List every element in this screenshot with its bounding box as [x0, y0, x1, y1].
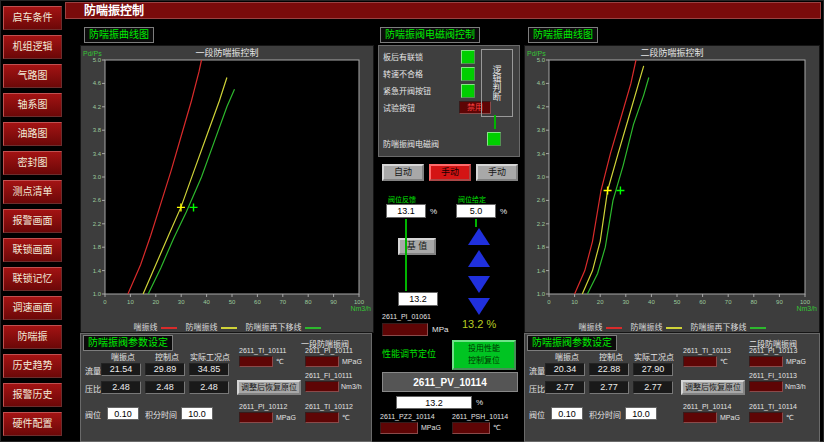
ratio-control-value: 2.77	[589, 381, 629, 394]
legend-line-swatch	[606, 327, 622, 329]
sidebar-item-interlock-memory[interactable]: 联锁记忆	[3, 267, 62, 291]
svg-text:60: 60	[699, 299, 706, 305]
tag-unit: MPaG	[342, 358, 362, 365]
svg-text:40: 40	[648, 299, 655, 305]
sidebar-item-seal-diagram[interactable]: 密封图	[3, 151, 62, 175]
indicator-label: 转速不合格	[383, 68, 423, 79]
sidebar-item-speed-screen[interactable]: 调速画面	[3, 296, 62, 320]
sidebar-item-history-trend[interactable]: 历史趋势	[3, 354, 62, 378]
ratio-actual-value: 2.48	[189, 381, 229, 394]
svg-text:0: 0	[103, 299, 107, 305]
tag-unit: ℃	[276, 358, 284, 366]
svg-text:3.4: 3.4	[537, 151, 546, 157]
sidebar-item-alarm-screen[interactable]: 报警画面	[3, 209, 62, 233]
increase-arrow-button[interactable]	[468, 250, 490, 267]
connector-line	[475, 219, 477, 227]
section-label-valve-control: 防喘振阀电磁阀控制	[380, 27, 480, 43]
svg-text:一段防喘振控制: 一段防喘振控制	[195, 47, 258, 58]
anti-surge-chart-stage2: 二段防喘振控制Pd/PsNm3/h1.01.41.82.22.63.03.43.…	[524, 45, 820, 333]
sidebar-item-alarm-history[interactable]: 报警历史	[3, 383, 62, 407]
emergency-open-indicator-light	[461, 84, 475, 98]
tag-unit: ℃	[720, 358, 728, 366]
params-header: 防喘振阀参数设定	[83, 335, 173, 351]
base-value-button[interactable]: 基 值	[398, 238, 436, 255]
manual2-mode-button[interactable]: 手动	[476, 164, 518, 181]
decrease-arrow-button[interactable]	[468, 276, 490, 293]
svg-text:4.6: 4.6	[537, 80, 546, 86]
legend-item: 喘振线	[134, 321, 177, 332]
sidebar-item-unit-logic[interactable]: 机组逻辑	[3, 35, 62, 59]
svg-text:4.6: 4.6	[93, 80, 102, 86]
valve-pos-input[interactable]: 0.10	[551, 407, 583, 420]
svg-text:2.6: 2.6	[93, 197, 102, 203]
legend-item: 喘振线	[579, 321, 622, 332]
svg-text:3.8: 3.8	[537, 127, 546, 133]
row-label-ratio: 压比	[529, 383, 545, 394]
sidebar-item-startup-conditions[interactable]: 启车条件	[3, 6, 62, 30]
tag-value-box	[749, 356, 783, 367]
svg-text:4.2: 4.2	[537, 104, 546, 110]
svg-text:Nm3/h: Nm3/h	[350, 305, 371, 312]
col-header-surge: 喘振点	[103, 351, 143, 362]
anti-surge-chart-stage1: 一段防喘振控制Pd/PsNm3/h1.01.41.82.22.63.03.43.…	[80, 45, 374, 333]
svg-text:100: 100	[354, 299, 365, 305]
tag-label: 2611_PI_10112	[239, 403, 287, 410]
reset-after-adjust-button[interactable]: 调整后恢复原位	[237, 380, 301, 395]
reset-after-adjust-button[interactable]: 调整后恢复原位	[681, 380, 745, 395]
flow-surge-value: 21.54	[101, 363, 141, 376]
svg-text:5.0: 5.0	[93, 57, 102, 63]
performance-label: 性能调节定位	[382, 347, 436, 360]
increase-arrow-button[interactable]	[468, 228, 490, 245]
manual-mode-button[interactable]: 手动	[429, 164, 471, 181]
pv-unit: %	[476, 398, 483, 407]
tag-value-box	[305, 356, 339, 367]
tag-label: 2611_TI_10112	[305, 403, 353, 410]
tag-value-box	[305, 412, 339, 423]
tag-unit: MPaG	[720, 414, 740, 421]
valve-pos-input[interactable]: 0.10	[107, 407, 139, 420]
auto-mode-button[interactable]: 自动	[382, 164, 424, 181]
sidebar-item-gas-diagram[interactable]: 气路图	[3, 64, 62, 88]
tag-unit: Nm3/h	[341, 383, 362, 390]
col-header-actual: 实际工况点	[187, 351, 233, 362]
legend-line-swatch	[750, 327, 766, 329]
section-label-curves-right: 防喘振曲线图	[528, 27, 598, 43]
svg-text:80: 80	[750, 299, 757, 305]
sidebar-item-interlock-screen[interactable]: 联锁画面	[3, 238, 62, 262]
ratio-actual-value: 2.77	[633, 381, 673, 394]
integral-time-input[interactable]: 10.0	[625, 407, 657, 420]
bottom-tag-value-box	[380, 422, 418, 434]
sidebar-item-point-list[interactable]: 测点清单	[3, 180, 62, 204]
col-header-control: 控制点	[147, 351, 187, 362]
svg-text:二段防喘振控制: 二段防喘振控制	[640, 47, 703, 58]
sidebar-item-antisurge[interactable]: 防喘振	[3, 325, 62, 349]
svg-text:10: 10	[127, 299, 134, 305]
sidebar-item-oil-diagram[interactable]: 油路图	[3, 122, 62, 146]
params-panel-stage1: 防喘振阀参数设定 一段防喘振阀 喘振点 控制点 实际工况点 流量 21.54 2…	[80, 333, 372, 442]
integral-time-input[interactable]: 10.0	[181, 407, 213, 420]
sidebar-item-hardware-config[interactable]: 硬件配置	[3, 412, 62, 436]
performance-control-button[interactable]: 投用性能 控制复位	[452, 340, 516, 370]
col-header-actual: 实际工况点	[631, 351, 677, 362]
sidebar-item-shaft-diagram[interactable]: 轴系图	[3, 93, 62, 117]
percent-readout: 13.2 %	[462, 318, 496, 330]
sidebar: 启车条件 机组逻辑 气路图 轴系图 油路图 密封图 测点清单 报警画面 联锁画面…	[0, 0, 64, 442]
svg-text:Pd/Ps: Pd/Ps	[83, 50, 102, 57]
svg-text:1.8: 1.8	[537, 244, 546, 250]
svg-text:2.6: 2.6	[537, 197, 546, 203]
svg-text:1.4: 1.4	[93, 268, 102, 274]
tag-value-box	[683, 412, 717, 423]
valve-setpoint-input[interactable]: 5.0	[456, 204, 496, 218]
tag-unit: ℃	[786, 414, 794, 422]
tag-label: 2611_PI_10111	[305, 347, 353, 354]
svg-text:2.2: 2.2	[93, 221, 102, 227]
flow-actual-value: 34.85	[189, 363, 229, 376]
feedback-label: 阀位反馈	[388, 194, 416, 204]
decrease-arrow-button[interactable]	[468, 298, 490, 315]
tag-value-box	[683, 356, 717, 367]
svg-text:5.0: 5.0	[537, 57, 546, 63]
pressure-tag-label: 2611_PI_01061	[382, 313, 431, 320]
valve-output-value: 13.2	[398, 292, 438, 306]
col-header-control: 控制点	[591, 351, 631, 362]
pv-tag-display: 2611_PV_10114	[382, 372, 518, 392]
